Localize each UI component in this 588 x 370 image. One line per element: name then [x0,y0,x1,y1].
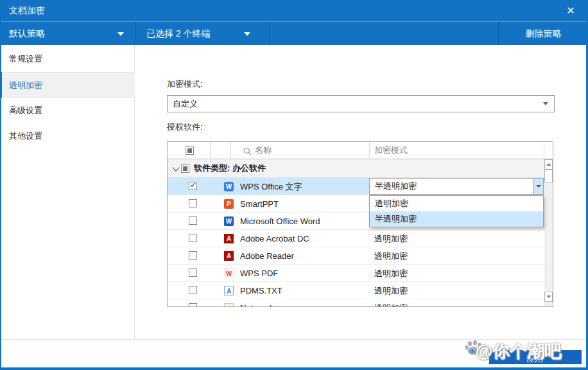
group-label: 软件类型: 办公软件 [194,159,266,177]
chevron-down-icon[interactable] [172,164,179,171]
wps-pdf-icon: W [224,269,234,278]
sidebar-item-other-settings[interactable]: 其他设置 [0,123,135,149]
sidebar-item-transparent-encryption[interactable]: 透明加密 [0,72,135,98]
terminal-selection-label: 已选择 2 个终端 [146,22,211,45]
row-mode-combobox[interactable]: 半透明加密 [369,178,544,195]
row-name: Adobe Reader [240,247,294,265]
toolbar-divider [270,22,270,45]
authorized-software-label: 授权软件: [167,121,203,133]
row-mode: 透明加密 [374,265,408,282]
document-encryption-window: 文档加密 ✕ 默认策略 已选择 2 个终端 删除策略 常规设置 透明加密 高级设… [0,0,588,370]
scrollbar-thumb[interactable] [544,170,553,182]
table-row[interactable]: W WPS Office 文字 半透明加密 [168,178,553,195]
row-checkbox[interactable] [189,269,197,277]
software-type-group-row[interactable]: 软件类型: 办公软件 [168,159,553,178]
row-checkbox[interactable] [189,216,197,225]
delete-policy-button[interactable]: 删除策略 [499,22,588,45]
row-mode: 透明加密 [374,247,408,265]
scroll-up-button[interactable] [544,159,553,170]
sidebar-item-advanced-settings[interactable]: 高级设置 [0,98,135,123]
default-policy-dropdown[interactable]: 默认策略 [0,22,135,45]
row-checkbox[interactable] [189,251,197,260]
row-mode: 透明加密 [374,299,408,307]
chevron-down-icon [543,102,548,105]
ms-word-icon: W [224,216,234,226]
chevron-up-icon [546,163,551,166]
encryption-mode-select[interactable]: 自定义 [167,95,555,112]
group-checkbox[interactable] [181,164,189,173]
close-icon[interactable]: ✕ [564,4,578,18]
column-divider [210,142,211,159]
select-all-checkbox[interactable] [186,146,194,155]
scroll-down-button[interactable] [544,292,553,302]
mode-dropdown-list: 透明加密 半透明加密 [369,195,544,227]
window-title: 文档加密 [9,0,45,21]
row-mode: 透明加密 [374,282,408,299]
vertical-scrollbar[interactable] [544,159,553,306]
smartppt-icon: P [224,199,234,209]
column-header-name[interactable]: 名称 [255,142,272,159]
row-checkbox[interactable] [189,303,197,307]
search-icon[interactable] [243,146,252,158]
column-header-mode[interactable]: 加密模式 [374,142,408,159]
row-name: SmartPPT [240,195,279,213]
adobe-reader-icon: A [224,251,234,261]
column-divider [544,142,544,159]
window-border [0,0,1,370]
chevron-down-icon [546,295,551,298]
notepad-icon [224,303,234,307]
table-row[interactable]: A Adobe Acrobat DC 透明加密 [168,230,553,247]
dropdown-option-transparent[interactable]: 透明加密 [370,196,543,211]
chevron-down-icon [536,185,541,188]
window-border [0,367,588,370]
row-name: PDMS.TXT [240,282,282,299]
main-content: 加密模式: 自定义 授权软件: 名称 加密模式 [135,45,588,339]
row-name: Adobe Acrobat DC [240,230,309,247]
chevron-down-icon [117,32,124,36]
watermark-text: @你个潮吧 [476,340,562,363]
table-row[interactable]: A PDMS.TXT 透明加密 [168,282,553,299]
sidebar-item-label: 常规设置 [9,46,42,72]
table-row[interactable]: A Adobe Reader 透明加密 [168,247,553,265]
encryption-mode-value: 自定义 [173,96,198,112]
row-checkbox[interactable] [189,286,197,294]
row-name: WPS PDF [240,265,278,282]
row-name: Notepad++ [240,299,281,307]
default-policy-label: 默认策略 [9,22,45,45]
row-checkbox[interactable] [189,199,197,207]
table-header: 名称 加密模式 [168,142,553,159]
sidebar-item-general-settings[interactable]: 常规设置 [0,46,135,72]
sidebar-item-label: 高级设置 [9,98,42,123]
column-divider [369,142,370,159]
sidebar-item-label: 透明加密 [9,73,42,98]
row-mode-value: 半透明加密 [375,179,417,194]
authorized-software-table: 名称 加密模式 软件类型: 办公软件 W WPS Office 文字 半透明加密 [167,141,553,307]
adobe-acrobat-icon: A [224,234,234,243]
encryption-mode-label: 加密模式: [167,78,203,90]
row-checkbox[interactable] [189,234,197,242]
row-name: WPS Office 文字 [240,178,302,195]
row-checkbox[interactable] [189,182,197,190]
sidebar-item-label: 其他设置 [9,123,42,149]
combobox-arrow-button[interactable] [533,179,543,194]
policy-toolbar: 默认策略 已选择 2 个终端 删除策略 [0,21,588,45]
pdms-txt-icon: A [224,286,234,295]
row-name: Microsoft Office Word [240,213,320,230]
title-bar: 文档加密 ✕ [0,0,588,21]
settings-sidebar: 常规设置 透明加密 高级设置 其他设置 [0,45,135,339]
terminal-selection-dropdown[interactable]: 已选择 2 个终端 [135,22,270,45]
chevron-down-icon [244,32,250,36]
table-row[interactable]: Notepad++ 透明加密 [168,299,553,307]
column-divider [230,142,231,159]
dropdown-option-semitransparent[interactable]: 半透明加密 [370,211,543,227]
row-mode: 透明加密 [374,230,408,247]
table-row[interactable]: W WPS PDF 透明加密 [168,265,553,282]
wps-writer-icon: W [224,182,234,191]
